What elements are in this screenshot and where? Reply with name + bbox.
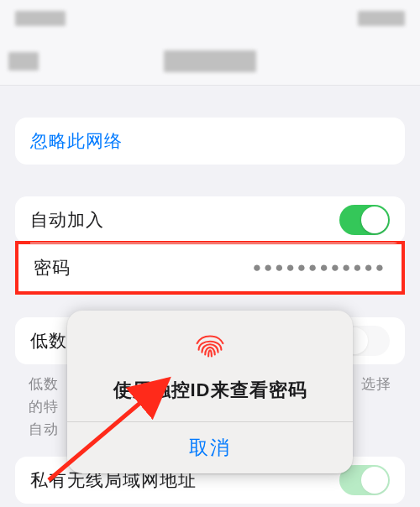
auto-join-label: 自动加入 [30,208,104,232]
low-data-label: 低数 [30,329,67,353]
auto-join-row: 自动加入 [15,196,405,243]
nav-title-blurred [164,50,256,72]
group-forget-network: 忽略此网络 [15,118,405,165]
auto-join-toggle[interactable] [339,205,390,235]
nav-bar [0,37,420,86]
group-join-password: 自动加入 [15,196,405,243]
password-row[interactable]: 密码 ●●●●●●●●●●●● [15,241,405,295]
status-time-blurred [15,11,66,26]
password-masked-value: ●●●●●●●●●●●● [253,259,386,276]
fingerprint-icon [191,326,229,364]
forget-network-button[interactable]: 忽略此网络 [15,118,405,165]
status-right-blurred [358,11,405,26]
footnote-l1-left: 低数 [29,373,59,395]
touchid-modal-title: 使用触控ID来查看密码 [113,378,307,403]
forget-network-label: 忽略此网络 [30,129,123,153]
status-bar [0,0,420,37]
nav-back-blurred[interactable] [8,52,39,71]
footnote-l1-right: 选择 [361,373,391,395]
touchid-cancel-button[interactable]: 取消 [67,422,353,473]
touchid-modal: 使用触控ID来查看密码 取消 [67,311,353,473]
password-label: 密码 [34,256,71,280]
